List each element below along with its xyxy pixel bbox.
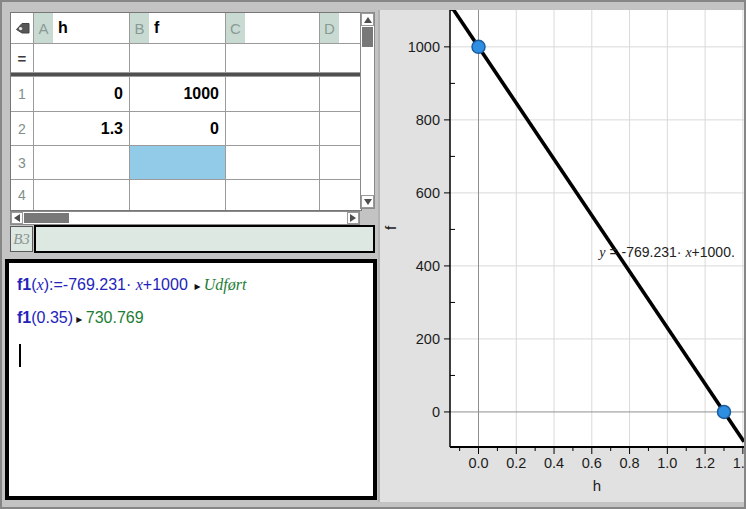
column-letter: D — [320, 13, 339, 43]
table-cell[interactable] — [34, 146, 129, 179]
table-corner-cell[interactable] — [11, 13, 33, 43]
data-point[interactable] — [717, 405, 730, 418]
calc-segment: f1 — [17, 276, 31, 293]
row-header-1[interactable]: 1 — [11, 77, 33, 111]
scroll-down-button[interactable] — [361, 195, 374, 208]
y-tick-label: 400 — [416, 258, 440, 274]
column-letter: A — [34, 13, 53, 43]
graph-pane: 020040060080010000.00.20.40.60.81.01.21.… — [378, 10, 744, 502]
y-tick-label: 0 — [432, 404, 440, 420]
row-header-2[interactable]: 2 — [11, 112, 33, 145]
column-header-b[interactable]: Bf — [130, 13, 225, 43]
data-point[interactable] — [472, 40, 485, 53]
table-cell[interactable] — [226, 146, 319, 179]
table-cell[interactable] — [320, 180, 362, 210]
y-tick-label: 800 — [416, 112, 440, 128]
calc-segment: -769.231· — [63, 276, 136, 293]
horizontal-scrollbar[interactable] — [10, 211, 360, 225]
x-tick-label: 1.4 — [733, 455, 744, 471]
calc-segment: ▸ — [188, 279, 204, 293]
table-cell[interactable]: 1000 — [130, 77, 225, 111]
column-header-c[interactable]: C — [226, 13, 319, 43]
x-tick-label: 0.8 — [619, 455, 639, 471]
x-axis-title: h — [593, 477, 601, 494]
calc-segment: 730.769 — [86, 309, 144, 326]
scroll-left-button[interactable] — [11, 212, 23, 224]
vertical-scroll-thumb[interactable] — [362, 27, 373, 47]
plot-area[interactable] — [450, 10, 744, 447]
calc-segment: x — [37, 276, 44, 293]
text-cursor — [19, 344, 21, 367]
formula-row-cell[interactable] — [320, 44, 362, 72]
table-cell[interactable] — [320, 77, 362, 111]
calc-segment: Udført — [204, 276, 247, 293]
vertical-scrollbar[interactable] — [360, 12, 375, 209]
scroll-left-icon — [14, 214, 20, 222]
x-tick-label: 0.6 — [582, 455, 602, 471]
y-axis-title: f — [382, 225, 399, 230]
row-header-4[interactable]: 4 — [11, 180, 33, 210]
column-header-d[interactable]: D — [320, 13, 362, 43]
y-tick-label: 600 — [416, 185, 440, 201]
column-letter: C — [226, 13, 245, 43]
scroll-down-icon — [364, 199, 372, 205]
x-tick-label: 0.0 — [468, 455, 488, 471]
calc-expression-line: f1(0.35) ▸ 730.769 — [17, 302, 365, 335]
calc-segment: x — [136, 276, 143, 293]
table-cell[interactable]: 1.3 — [34, 112, 129, 145]
column-variable-name: f — [149, 19, 159, 37]
y-tick-label: 200 — [416, 331, 440, 347]
formula-row-header[interactable]: = — [11, 44, 33, 72]
calc-segment: := — [49, 276, 63, 293]
row-header-3[interactable]: 3 — [11, 146, 33, 179]
calc-segment: f1 — [17, 309, 31, 326]
spreadsheet: AhBfCD=10100021.3034 — [10, 12, 362, 211]
table-cell[interactable] — [226, 180, 319, 210]
table-cell[interactable]: 0 — [34, 77, 129, 111]
column-variable-name: h — [53, 19, 68, 37]
table-cell[interactable] — [320, 146, 362, 179]
x-tick-label: 0.4 — [544, 455, 564, 471]
header-separator — [11, 73, 362, 76]
formula-row-cell[interactable] — [34, 44, 129, 72]
table-cell[interactable]: 0 — [130, 112, 225, 145]
cell-reference-label: B3 — [10, 226, 33, 252]
equation-label[interactable]: y = -769.231· x+1000. — [597, 244, 734, 260]
tag-icon — [14, 22, 31, 35]
formula-input[interactable] — [34, 225, 375, 253]
table-cell[interactable] — [34, 180, 129, 210]
ti-nspire-window: AhBfCD=10100021.3034 B3 f1(x):=-769.231·… — [0, 0, 746, 509]
scroll-up-button[interactable] — [361, 13, 374, 26]
table-cell-selected[interactable] — [130, 146, 225, 179]
horizontal-scroll-thumb[interactable] — [24, 213, 69, 223]
calc-segment: +1000 — [143, 276, 188, 293]
x-tick-label: 1.0 — [657, 455, 677, 471]
graph-canvas[interactable]: 020040060080010000.00.20.40.60.81.01.21.… — [380, 10, 744, 502]
calc-segment: (0.35) — [31, 309, 73, 326]
y-tick-label: 1000 — [408, 39, 440, 55]
scroll-up-icon — [364, 17, 372, 23]
calc-segment: ▸ — [73, 312, 86, 326]
calc-expression-line: f1(x):=-769.231· x+1000 ▸ Udført — [17, 269, 365, 302]
column-letter: B — [130, 13, 149, 43]
scroll-right-icon — [350, 214, 356, 222]
table-cell[interactable] — [226, 77, 319, 111]
formula-row-cell[interactable] — [226, 44, 319, 72]
calculator-pane[interactable]: f1(x):=-769.231· x+1000 ▸ Udførtf1(0.35)… — [5, 259, 377, 500]
table-cell[interactable] — [130, 180, 225, 210]
table-cell[interactable] — [226, 112, 319, 145]
x-tick-label: 1.2 — [695, 455, 715, 471]
column-header-a[interactable]: Ah — [34, 13, 129, 43]
x-tick-label: 0.2 — [506, 455, 526, 471]
formula-row-cell[interactable] — [130, 44, 225, 72]
table-cell[interactable] — [320, 112, 362, 145]
scroll-right-button[interactable] — [347, 212, 359, 224]
